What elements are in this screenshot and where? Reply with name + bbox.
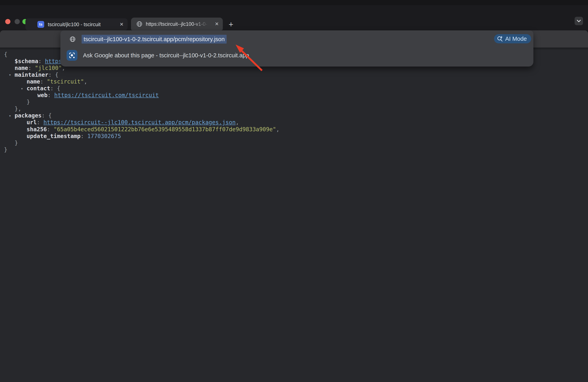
json-str: "65a05b4eced56021501222bb76e6e5395489558… — [54, 126, 276, 133]
json-key: name — [15, 65, 28, 71]
chevron-down-icon — [577, 19, 581, 22]
traffic-light-close-button[interactable] — [5, 19, 10, 24]
ai-mode-label: AI Mode — [505, 36, 527, 42]
json-punc: : — [81, 133, 87, 139]
json-num: 1770302675 — [87, 133, 121, 139]
url-input-selected-text[interactable]: tscircuit--jlc100-v1-0-2.tscircuit.app/p… — [82, 35, 227, 43]
json-link[interactable]: https — [45, 58, 62, 65]
tab-title: https://tscircuit--jlc100-v1-0- — [146, 21, 211, 27]
tab-tscircuit-jlc100[interactable]: ts tscircuit/jlc100 - tscircuit ✕ — [25, 18, 127, 30]
collapse-caret-icon[interactable]: ▾ — [9, 114, 15, 118]
json-key: name — [27, 78, 40, 85]
json-link[interactable]: https://tscircuit--jlc100.tscircuit.app/… — [43, 119, 236, 126]
json-punc: } — [27, 99, 30, 105]
page-content: {$schema: httpsname: "jlc100",▾maintaine… — [0, 48, 588, 382]
json-punc: : — [38, 58, 45, 65]
json-key: sha256 — [27, 126, 47, 133]
json-line: update_timestamp: 1770302675 — [0, 133, 279, 139]
json-punc: : — [28, 65, 35, 71]
traffic-light-minimize-button[interactable] — [15, 19, 20, 24]
json-punc: : { — [42, 112, 52, 119]
json-line: sha256: "65a05b4eced56021501222bb76e6e53… — [0, 126, 279, 133]
collapse-caret-icon[interactable]: ▾ — [9, 73, 15, 77]
json-punc: : — [48, 92, 54, 98]
json-punc: : — [47, 126, 54, 133]
window-top-edge — [0, 0, 588, 5]
ai-mode-button[interactable]: AI Mode — [494, 34, 531, 43]
ai-search-icon — [497, 36, 503, 42]
json-link[interactable]: https://tscircuit.com/tscircuit — [54, 92, 159, 98]
tab-search-button[interactable] — [575, 17, 583, 25]
json-punc: : { — [48, 72, 59, 78]
json-line: } — [0, 99, 279, 105]
json-punc: { — [4, 51, 7, 58]
json-key: maintainer — [15, 72, 48, 78]
json-key: packages — [15, 112, 42, 119]
json-line: } — [0, 146, 279, 153]
json-line: ▾maintainer: { — [0, 71, 279, 78]
json-line: } — [0, 139, 279, 146]
json-str: "tscircuit" — [47, 78, 84, 85]
tab-title: tscircuit/jlc100 - tscircuit — [48, 21, 116, 27]
json-punc: }, — [15, 105, 21, 112]
json-line: url: https://tscircuit--jlc100.tscircuit… — [0, 119, 279, 126]
json-punc: : — [37, 119, 43, 126]
json-key: url — [27, 119, 37, 126]
collapse-caret-icon[interactable]: ▾ — [21, 86, 27, 91]
google-lens-icon — [67, 50, 77, 61]
json-line: ▾packages: { — [0, 112, 279, 119]
json-str: "jlc100" — [35, 65, 62, 71]
json-key: $schema — [15, 58, 38, 65]
json-punc: , — [236, 119, 239, 126]
json-punc: } — [15, 140, 18, 146]
json-punc: : { — [50, 85, 60, 92]
tab-repository-json-active[interactable]: https://tscircuit--jlc100-v1-0- ✕ — [131, 18, 223, 30]
json-punc: } — [4, 146, 7, 153]
json-punc: , — [276, 126, 279, 133]
json-line: ▾contact: { — [0, 85, 279, 92]
json-key: update_timestamp — [27, 133, 81, 139]
new-tab-button[interactable]: + — [227, 20, 235, 29]
json-punc: , — [84, 78, 87, 85]
globe-icon — [136, 21, 143, 27]
browser-window: ts tscircuit/jlc100 - tscircuit ✕ https:… — [0, 0, 588, 382]
omnibox-suggestion[interactable]: Ask Google about this page - tscircuit--… — [83, 51, 249, 60]
json-key: contact — [27, 85, 50, 92]
json-punc: : — [40, 78, 47, 85]
close-tab-icon[interactable]: ✕ — [215, 21, 219, 26]
tscircuit-favicon: ts — [37, 21, 44, 28]
close-tab-icon[interactable]: ✕ — [120, 22, 124, 27]
json-line: name: "tscircuit", — [0, 78, 279, 85]
json-key: web — [37, 92, 48, 98]
json-line: }, — [0, 105, 279, 112]
json-line: web: https://tscircuit.com/tscircuit — [0, 92, 279, 99]
site-globe-icon — [69, 36, 76, 42]
